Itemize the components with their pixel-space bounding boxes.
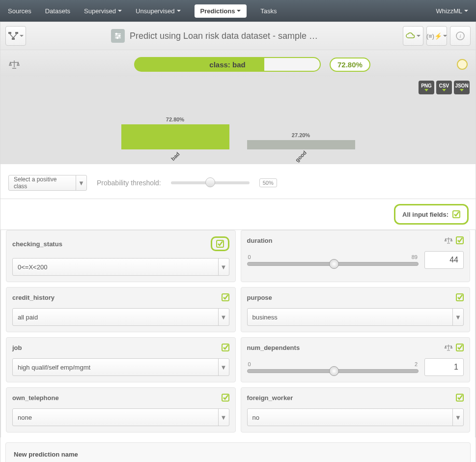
svg-rect-1 [15,32,18,34]
prediction-save-row: New prediction name Save [5,442,471,462]
nav-supervised-label: Supervised [84,7,116,15]
foreign-worker-select[interactable]: no ▼ [247,408,464,426]
svg-point-7 [118,35,120,37]
range-max: 2 [415,361,418,367]
export-json-button[interactable]: JSON [454,81,470,94]
select-value: none [13,414,218,421]
bar-category-label: bad [169,151,180,162]
nav-predictions-label: Predictions [200,7,235,15]
export-png-button[interactable]: PNG [419,81,434,94]
credit-history-select[interactable]: all paid ▼ [12,308,229,326]
select-value: business [248,314,453,321]
nav-predictions[interactable]: Predictions [195,4,247,18]
field-foreign-worker: foreign_worker no ▼ [241,387,471,433]
checkbox-checked-icon[interactable] [216,240,224,248]
nav-whizzml[interactable]: WhizzML [436,7,468,15]
job-select[interactable]: high qualif/self emp/mgmt ▼ [12,358,229,376]
field-purpose: purpose business ▼ [241,287,471,332]
select-value: all paid [13,314,218,321]
field-label: duration [247,237,273,244]
field-label: foreign_worker [247,394,293,402]
nav-unsupervised[interactable]: Unsupervised [136,7,181,15]
all-input-fields-row: All input fields: [0,199,476,230]
export-csv-button[interactable]: CSV [436,81,452,94]
duration-slider[interactable] [247,262,419,266]
field-duration: duration 089 [241,230,471,282]
select-value: high qualif/self emp/mgmt [13,364,218,371]
svg-text:i: i [459,33,461,39]
select-arrow-icon: ▼ [218,358,229,376]
all-input-fields-label: All input fields: [402,211,448,218]
collapse-chart-button[interactable] [457,59,468,70]
checkbox-checked-icon[interactable] [456,236,464,244]
checkbox-checked-icon[interactable] [456,344,464,351]
probability-threshold-slider[interactable] [171,181,250,184]
range-min: 0 [248,254,251,260]
field-label: own_telephone [12,394,59,402]
nav-sources[interactable]: Sources [8,7,31,15]
probability-threshold-value: 50% [259,178,277,187]
num-dependents-input[interactable] [424,358,464,376]
nav-datasets[interactable]: Datasets [45,7,70,15]
svg-rect-0 [8,32,11,34]
slider-thumb[interactable] [329,259,339,269]
nav-unsupervised-label: Unsupervised [136,7,175,15]
nav-supervised[interactable]: Supervised [84,7,122,15]
select-arrow-icon: ▼ [218,308,229,326]
select-arrow-icon: ▼ [452,308,463,326]
select-value: no [248,414,453,421]
field-label: num_dependents [247,344,300,351]
field-job: job high qualif/self emp/mgmt ▼ [6,337,236,382]
field-label: purpose [247,294,272,301]
checkbox-checked-icon[interactable] [452,210,460,218]
probability-threshold-label: Probability threshold: [97,179,161,187]
own-telephone-select[interactable]: none ▼ [12,408,229,426]
balance-icon [444,236,453,244]
field-num-dependents: num_dependents 02 [241,337,471,382]
field-label: checking_status [12,240,62,248]
network-menu-button[interactable] [5,26,26,46]
checkbox-checked-icon[interactable] [222,394,229,402]
caret-icon [177,10,181,12]
range-min: 0 [248,361,251,367]
positive-class-select[interactable]: Select a positive class ▼ [8,175,87,191]
code-button[interactable]: (≡)⚡ [426,26,447,46]
field-own-telephone: own_telephone none ▼ [6,387,236,433]
top-nav: Sources Datasets Supervised Unsupervised… [0,0,476,22]
prediction-confidence: 72.80% [330,58,370,72]
caret-icon [443,35,447,37]
prediction-bar: class: bad [134,57,321,72]
field-credit-history: credit_history all paid ▼ [6,287,236,332]
code-icon: (≡)⚡ [426,32,442,40]
cloud-refresh-icon [406,32,416,40]
num-dependents-slider[interactable] [247,369,419,373]
checkbox-checked-icon[interactable] [222,293,229,301]
select-arrow-icon: ▼ [452,408,463,426]
field-label: credit_history [12,294,55,301]
slider-thumb[interactable] [205,177,215,187]
svg-point-8 [116,37,118,39]
duration-input[interactable] [424,251,464,269]
field-checking-status: checking_status 0<=X<200 ▼ [6,230,236,282]
chart-panel: PNG CSV JSON 72.80% bad27.20% good [0,77,476,164]
bar-rect [247,140,355,149]
input-fields-grid: checking_status 0<=X<200 ▼ duration 089 [0,230,476,437]
checkbox-checked-icon[interactable] [456,394,464,402]
checkbox-checked-icon[interactable] [222,344,229,351]
info-button[interactable]: i [450,26,471,46]
checking-status-select[interactable]: 0<=X<200 ▼ [12,258,229,276]
refresh-button[interactable] [403,26,423,46]
network-icon [8,32,18,40]
bar-rect [121,124,229,149]
balance-icon [8,59,20,69]
slider-thumb[interactable] [329,366,339,376]
sliders-icon [111,29,125,43]
bar-category-label: good [294,149,308,163]
purpose-select[interactable]: business ▼ [247,308,464,326]
title-bar: Predict using Loan risk data dataset - s… [0,22,476,50]
nav-tasks[interactable]: Tasks [260,7,277,15]
caret-icon [20,35,24,37]
controls-row: Select a positive class ▼ Probability th… [0,164,476,199]
caret-icon [464,10,468,12]
checkbox-checked-icon[interactable] [456,293,464,301]
